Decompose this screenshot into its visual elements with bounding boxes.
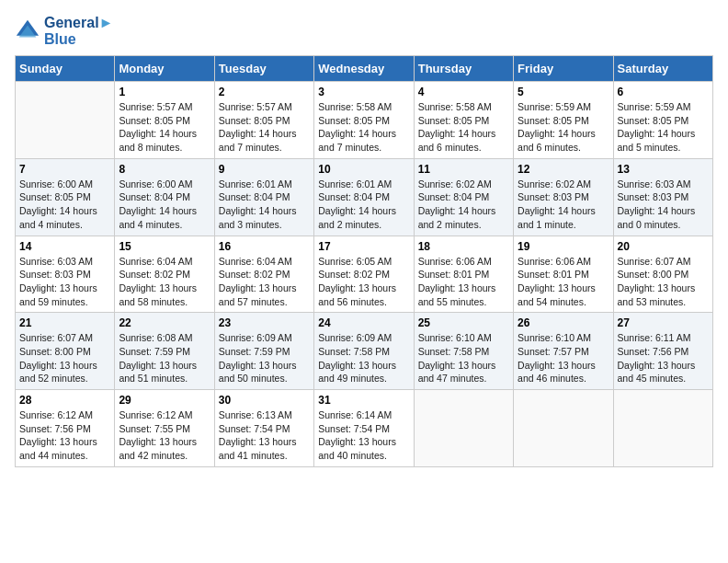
calendar-cell: 18Sunrise: 6:06 AM Sunset: 8:01 PM Dayli… [414, 236, 513, 313]
day-info: Sunrise: 6:02 AM Sunset: 8:04 PM Dayligh… [418, 178, 509, 232]
calendar-cell: 29Sunrise: 6:12 AM Sunset: 7:55 PM Dayli… [115, 390, 214, 467]
calendar-cell: 4Sunrise: 5:58 AM Sunset: 8:05 PM Daylig… [414, 82, 513, 159]
day-info: Sunrise: 6:09 AM Sunset: 7:59 PM Dayligh… [219, 331, 310, 385]
calendar-cell: 15Sunrise: 6:04 AM Sunset: 8:02 PM Dayli… [115, 236, 214, 313]
logo: General► Blue [15, 15, 113, 48]
day-info: Sunrise: 6:06 AM Sunset: 8:01 PM Dayligh… [518, 255, 609, 309]
day-info: Sunrise: 5:58 AM Sunset: 8:05 PM Dayligh… [318, 100, 409, 155]
day-number: 23 [219, 316, 310, 329]
day-number: 12 [518, 163, 609, 176]
calendar-cell: 13Sunrise: 6:03 AM Sunset: 8:03 PM Dayli… [613, 158, 712, 236]
day-number: 17 [318, 240, 409, 253]
day-info: Sunrise: 5:59 AM Sunset: 8:05 PM Dayligh… [618, 100, 709, 155]
day-info: Sunrise: 6:01 AM Sunset: 8:04 PM Dayligh… [318, 178, 409, 232]
logo-text: General► Blue [44, 15, 113, 48]
calendar-cell: 5Sunrise: 5:59 AM Sunset: 8:05 PM Daylig… [514, 82, 613, 159]
day-number: 11 [418, 163, 509, 176]
calendar-header-row: SundayMondayTuesdayWednesdayThursdayFrid… [16, 56, 713, 82]
calendar-cell: 9Sunrise: 6:01 AM Sunset: 8:04 PM Daylig… [214, 158, 313, 236]
calendar-cell: 19Sunrise: 6:06 AM Sunset: 8:01 PM Dayli… [514, 236, 613, 313]
calendar-cell: 17Sunrise: 6:05 AM Sunset: 8:02 PM Dayli… [314, 236, 414, 313]
day-info: Sunrise: 5:57 AM Sunset: 8:05 PM Dayligh… [119, 100, 210, 155]
calendar-cell: 16Sunrise: 6:04 AM Sunset: 8:02 PM Dayli… [214, 236, 313, 313]
day-info: Sunrise: 6:10 AM Sunset: 7:58 PM Dayligh… [418, 331, 509, 385]
day-number: 15 [119, 240, 210, 253]
calendar-cell: 28Sunrise: 6:12 AM Sunset: 7:56 PM Dayli… [16, 390, 115, 467]
calendar-cell: 22Sunrise: 6:08 AM Sunset: 7:59 PM Dayli… [115, 313, 214, 390]
day-info: Sunrise: 6:14 AM Sunset: 7:54 PM Dayligh… [318, 408, 409, 463]
calendar-cell [514, 390, 613, 467]
calendar-table: SundayMondayTuesdayWednesdayThursdayFrid… [15, 55, 713, 467]
day-info: Sunrise: 6:12 AM Sunset: 7:55 PM Dayligh… [119, 408, 210, 463]
day-info: Sunrise: 5:59 AM Sunset: 8:05 PM Dayligh… [518, 100, 609, 155]
calendar-cell: 26Sunrise: 6:10 AM Sunset: 7:57 PM Dayli… [514, 313, 613, 390]
calendar-cell: 23Sunrise: 6:09 AM Sunset: 7:59 PM Dayli… [214, 313, 313, 390]
day-number: 9 [219, 163, 310, 176]
day-info: Sunrise: 6:01 AM Sunset: 8:04 PM Dayligh… [219, 178, 310, 232]
weekday-header: Wednesday [314, 56, 414, 82]
calendar-cell: 27Sunrise: 6:11 AM Sunset: 7:56 PM Dayli… [613, 313, 712, 390]
page-header: General► Blue [15, 15, 713, 48]
day-number: 16 [219, 240, 310, 253]
day-number: 5 [518, 86, 609, 98]
day-info: Sunrise: 6:11 AM Sunset: 7:56 PM Dayligh… [618, 331, 709, 385]
weekday-header: Sunday [16, 56, 115, 82]
day-number: 13 [618, 163, 709, 176]
day-info: Sunrise: 6:10 AM Sunset: 7:57 PM Dayligh… [518, 331, 609, 385]
calendar-cell [414, 390, 513, 467]
day-info: Sunrise: 6:08 AM Sunset: 7:59 PM Dayligh… [119, 331, 210, 385]
day-number: 29 [119, 394, 210, 407]
calendar-cell: 14Sunrise: 6:03 AM Sunset: 8:03 PM Dayli… [16, 236, 115, 313]
calendar-cell: 24Sunrise: 6:09 AM Sunset: 7:58 PM Dayli… [314, 313, 414, 390]
calendar-week-row: 28Sunrise: 6:12 AM Sunset: 7:56 PM Dayli… [16, 390, 713, 467]
calendar-cell: 11Sunrise: 6:02 AM Sunset: 8:04 PM Dayli… [414, 158, 513, 236]
weekday-header: Monday [115, 56, 214, 82]
calendar-cell: 3Sunrise: 5:58 AM Sunset: 8:05 PM Daylig… [314, 82, 414, 159]
day-info: Sunrise: 6:00 AM Sunset: 8:05 PM Dayligh… [19, 178, 110, 232]
day-number: 10 [318, 163, 409, 176]
day-info: Sunrise: 5:57 AM Sunset: 8:05 PM Dayligh… [219, 100, 310, 155]
day-info: Sunrise: 5:58 AM Sunset: 8:05 PM Dayligh… [418, 100, 509, 155]
day-number: 31 [318, 394, 409, 407]
day-number: 2 [219, 86, 310, 98]
calendar-cell: 31Sunrise: 6:14 AM Sunset: 7:54 PM Dayli… [314, 390, 414, 467]
day-number: 6 [618, 86, 709, 98]
day-number: 14 [19, 240, 110, 253]
calendar-week-row: 1Sunrise: 5:57 AM Sunset: 8:05 PM Daylig… [16, 82, 713, 159]
day-number: 26 [518, 316, 609, 329]
calendar-cell: 2Sunrise: 5:57 AM Sunset: 8:05 PM Daylig… [214, 82, 313, 159]
day-number: 22 [119, 316, 210, 329]
day-number: 4 [418, 86, 509, 98]
day-info: Sunrise: 6:02 AM Sunset: 8:03 PM Dayligh… [518, 178, 609, 232]
weekday-header: Saturday [613, 56, 712, 82]
day-number: 3 [318, 86, 409, 98]
calendar-cell [613, 390, 712, 467]
day-info: Sunrise: 6:03 AM Sunset: 8:03 PM Dayligh… [618, 178, 709, 232]
day-number: 25 [418, 316, 509, 329]
calendar-week-row: 14Sunrise: 6:03 AM Sunset: 8:03 PM Dayli… [16, 236, 713, 313]
day-info: Sunrise: 6:00 AM Sunset: 8:04 PM Dayligh… [119, 178, 210, 232]
day-number: 27 [618, 316, 709, 329]
day-number: 8 [119, 163, 210, 176]
day-info: Sunrise: 6:07 AM Sunset: 8:00 PM Dayligh… [19, 331, 110, 385]
day-info: Sunrise: 6:03 AM Sunset: 8:03 PM Dayligh… [19, 255, 110, 309]
weekday-header: Tuesday [214, 56, 313, 82]
day-number: 19 [518, 240, 609, 253]
day-number: 24 [318, 316, 409, 329]
day-number: 20 [618, 240, 709, 253]
calendar-cell: 25Sunrise: 6:10 AM Sunset: 7:58 PM Dayli… [414, 313, 513, 390]
day-number: 30 [219, 394, 310, 407]
day-info: Sunrise: 6:04 AM Sunset: 8:02 PM Dayligh… [119, 255, 210, 309]
day-info: Sunrise: 6:07 AM Sunset: 8:00 PM Dayligh… [618, 255, 709, 309]
calendar-cell: 30Sunrise: 6:13 AM Sunset: 7:54 PM Dayli… [214, 390, 313, 467]
day-number: 18 [418, 240, 509, 253]
day-number: 28 [19, 394, 110, 407]
day-info: Sunrise: 6:13 AM Sunset: 7:54 PM Dayligh… [219, 408, 310, 463]
weekday-header: Friday [514, 56, 613, 82]
calendar-cell: 21Sunrise: 6:07 AM Sunset: 8:00 PM Dayli… [16, 313, 115, 390]
calendar-cell: 1Sunrise: 5:57 AM Sunset: 8:05 PM Daylig… [115, 82, 214, 159]
day-info: Sunrise: 6:12 AM Sunset: 7:56 PM Dayligh… [19, 408, 110, 463]
day-info: Sunrise: 6:04 AM Sunset: 8:02 PM Dayligh… [219, 255, 310, 309]
day-number: 21 [19, 316, 110, 329]
calendar-cell: 6Sunrise: 5:59 AM Sunset: 8:05 PM Daylig… [613, 82, 712, 159]
